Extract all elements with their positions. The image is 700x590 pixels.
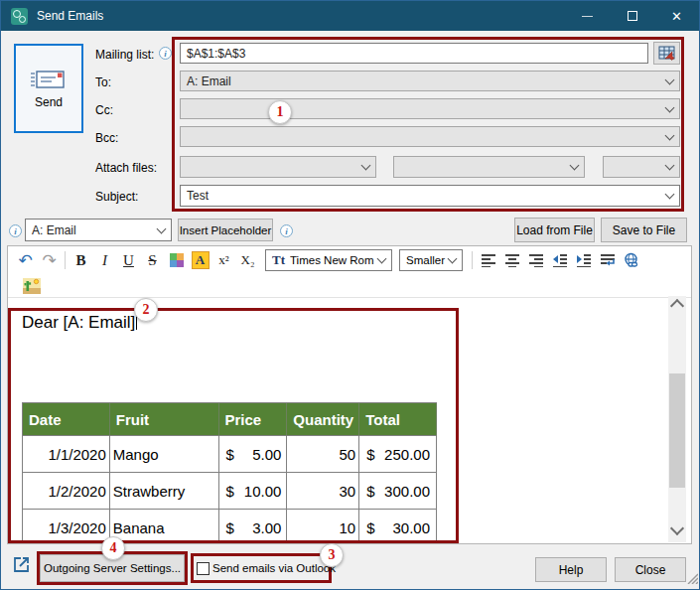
resize-grip[interactable] [686,570,698,588]
cc-field[interactable] [180,98,680,119]
chevron-down-icon [157,223,167,233]
toolbar-separator [472,251,473,269]
send-button[interactable]: Send [14,44,83,133]
header-quantity: Quantity [287,403,359,436]
chevron-down-icon [361,161,371,171]
attach-files-field-2[interactable] [393,156,585,178]
chevron-down-icon [570,161,580,171]
strikethrough-button[interactable]: S [141,249,164,272]
font-name-value: Times New Rom [290,254,374,266]
bold-button[interactable]: B [70,249,92,272]
line-break-icon [600,253,616,267]
to-value: A: Email [187,74,231,88]
font-color-button[interactable] [165,249,188,272]
annotation-circle-2: 2 [134,298,158,322]
italic-button[interactable]: I [93,249,116,272]
send-emails-dialog: Send Emails ✕ Send Mailing list: i To: C… [0,0,700,590]
increase-indent-button[interactable] [572,249,595,272]
minimize-button[interactable] [565,1,610,31]
scrollbar-thumb[interactable] [669,373,685,488]
maximize-button[interactable] [610,1,654,31]
highlight-icon: A [192,251,210,269]
toolbar-separator [65,251,66,269]
outlook-checkbox-label: Send emails via Outlook [212,562,336,574]
title-bar: Send Emails ✕ [1,1,699,31]
underline-button[interactable]: U [117,249,140,272]
insert-picture-button[interactable] [20,274,43,297]
close-icon: ✕ [671,9,682,24]
send-via-outlook-option[interactable]: Send emails via Outlook [194,556,329,580]
header-price: Price [219,403,288,436]
close-dialog-button[interactable]: Close [615,557,686,582]
pop-out-button[interactable] [11,554,32,579]
table-row: 1/3/2020 Banana $3.00 10 $30.00 [23,510,437,544]
decrease-indent-icon [552,253,568,267]
load-from-file-button[interactable]: Load from File [514,218,595,242]
font-name-select[interactable]: Tt Times New Rom [265,249,392,271]
cell-fruit: Banana [110,510,219,544]
chevron-down-icon [665,102,675,112]
save-to-file-button[interactable]: Save to File [601,218,687,242]
redo-icon[interactable]: ↷ [38,249,61,272]
font-icon: Tt [272,252,285,268]
mailing-list-info-icon[interactable]: i [159,47,172,60]
table-row: 1/2/2020 Strawberry $10.00 30 $300.00 [23,473,437,510]
highlight-button[interactable]: A [189,249,211,272]
hyperlink-icon [623,252,639,268]
decrease-indent-button[interactable] [548,249,571,272]
annotation-circle-3: 3 [320,543,344,567]
align-center-icon [504,253,520,267]
mailing-list-input[interactable]: $A$1:$A$3 [180,43,648,64]
cell-total: $30.00 [359,510,437,544]
bcc-label: Bcc: [95,131,118,145]
font-size-select[interactable]: Smaller [399,249,463,271]
outlook-checkbox[interactable] [197,562,210,575]
cell-quantity: 10 [287,510,359,544]
undo-icon[interactable]: ↶ [14,249,37,272]
vertical-scrollbar[interactable] [668,296,686,542]
attach-files-field-1[interactable] [180,156,376,178]
insert-placeholder-button[interactable]: Insert Placeholder [178,219,273,241]
attach-files-label: Attach files: [95,161,157,175]
resize-grip-icon [686,572,698,584]
range-picker-button[interactable] [653,42,680,65]
cell-price: $3.00 [219,510,288,544]
to-field[interactable]: A: Email [180,71,680,91]
placeholder-field-value: A: Email [32,223,76,237]
cell-date: 1/2/2020 [23,473,110,510]
subject-field[interactable]: Test [180,185,680,207]
greeting-text: Dear [A: Email] [22,313,137,333]
to-label: To: [95,75,111,89]
chevron-down-icon [665,161,675,171]
hyperlink-button[interactable] [620,249,642,272]
email-body-area[interactable]: Dear [A: Email] Date Fruit Price Quantit… [8,299,691,543]
range-picker-icon [658,46,675,61]
mailing-list-label: Mailing list: [95,48,154,62]
header-fruit: Fruit [110,403,219,436]
cell-price: $5.00 [219,436,288,473]
superscript-button[interactable]: x² [212,249,235,272]
mailing-list-value: $A$1:$A$3 [187,47,245,61]
attach-files-field-3[interactable] [603,156,680,178]
bcc-field[interactable] [180,126,680,147]
cell-quantity: 50 [287,436,359,473]
align-left-button[interactable] [477,249,499,272]
align-right-button[interactable] [524,249,547,272]
subscript-button[interactable]: X₂ [236,249,259,272]
insert-placeholder-info-icon[interactable]: i [280,224,293,237]
close-button[interactable]: ✕ [654,1,699,31]
cell-quantity: 30 [287,473,359,510]
cell-price: $10.00 [219,473,288,510]
placeholder-info-icon[interactable]: i [9,224,22,237]
help-button[interactable]: Help [535,557,607,582]
scroll-down-icon[interactable] [672,523,682,533]
cell-total: $300.00 [359,473,437,510]
placeholder-field-select[interactable]: A: Email [25,219,172,241]
align-center-button[interactable] [500,249,523,272]
line-break-button[interactable] [596,249,619,272]
chevron-down-icon [665,190,675,200]
table-row: 1/1/2020 Mango $5.00 50 $250.00 [23,436,437,473]
cell-fruit: Strawberry [110,473,219,510]
subject-value: Test [187,189,209,203]
scroll-up-icon[interactable] [672,301,682,311]
